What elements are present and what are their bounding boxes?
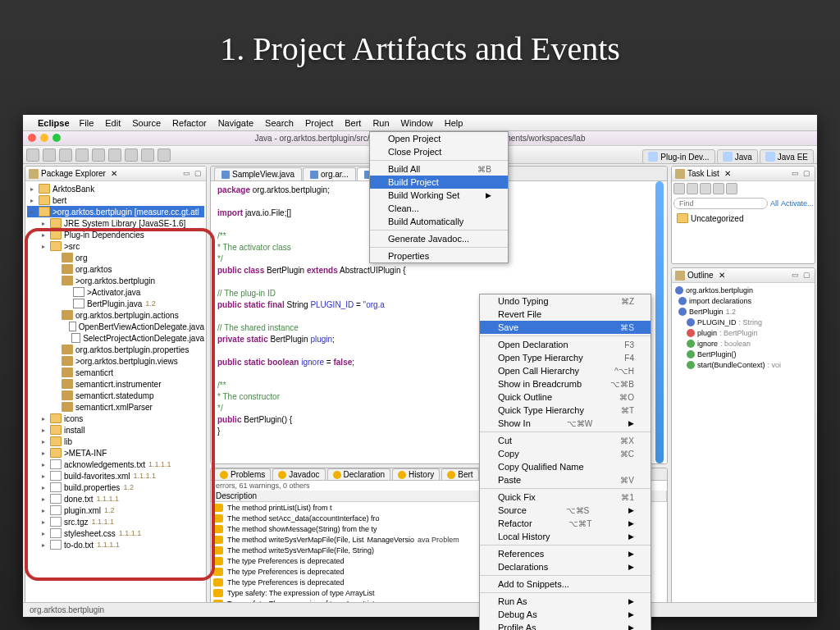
tree-item[interactable]: semanticrt.xmlParser: [27, 401, 204, 413]
menu-item[interactable]: Close Project: [370, 145, 508, 158]
new-class-icon[interactable]: [158, 148, 171, 162]
task-category[interactable]: Uncategorized: [673, 212, 813, 224]
tree-item[interactable]: ▸lib: [27, 436, 204, 447]
tree-item[interactable]: OpenBertViewActionDelegate.java: [27, 321, 204, 332]
col-description[interactable]: Description: [211, 491, 503, 501]
tree-item[interactable]: org.arktos.bertplugin.actions: [27, 309, 204, 321]
tree-item[interactable]: ▸acknowledgements.txt1.1.1.1: [27, 459, 204, 470]
tree-item[interactable]: org: [27, 252, 204, 263]
editor-tab[interactable]: org.ar...: [303, 167, 356, 180]
menu-item[interactable]: Show In⌥⌘W▶: [480, 417, 651, 430]
collapse-icon[interactable]: [713, 183, 724, 194]
outline-item[interactable]: BertPlugin1.2: [673, 306, 813, 317]
tree-item[interactable]: ▸icons: [27, 413, 204, 424]
save-icon[interactable]: [43, 148, 56, 162]
focus-icon[interactable]: [726, 183, 737, 194]
menu-item[interactable]: Build Automatically: [370, 215, 508, 228]
outline-item[interactable]: plugin: BertPlugin: [673, 327, 813, 338]
task-activate-link[interactable]: Activate...: [781, 199, 814, 208]
menu-item[interactable]: Build Working Set▶: [370, 189, 508, 202]
menu-item[interactable]: Open Type HierarchyF4: [480, 351, 651, 364]
menu-file[interactable]: File: [80, 118, 94, 128]
menu-item[interactable]: Build All⌘B: [370, 162, 508, 176]
task-find-input[interactable]: [673, 198, 768, 209]
menu-item[interactable]: Refactor⌥⌘T▶: [480, 517, 651, 530]
package-tree[interactable]: ▸ArktosBank▸bert▸>org.arktos.bertplugin …: [25, 181, 206, 614]
menu-item[interactable]: Quick Outline⌘O: [480, 390, 651, 404]
menu-source[interactable]: Source: [132, 118, 161, 128]
zoom-icon[interactable]: [52, 134, 61, 142]
tree-item[interactable]: ▸JRE System Library [JavaSE-1.6]: [27, 217, 204, 229]
tree-item[interactable]: semanticrt.statedump: [27, 390, 204, 401]
menu-item[interactable]: Generate Javadoc...: [370, 232, 508, 245]
problems-tab[interactable]: Bert: [441, 468, 478, 480]
tree-item[interactable]: ▸install: [27, 424, 204, 436]
menu-item[interactable]: Cut⌘X: [480, 434, 651, 447]
menu-search[interactable]: Search: [265, 118, 294, 128]
menu-item[interactable]: Debug As▶: [480, 608, 651, 621]
maximize-panel-icon[interactable]: ▢: [193, 169, 203, 179]
tree-item[interactable]: ▸done.txt1.1.1.1: [27, 493, 204, 504]
tree-item[interactable]: ▸plugin.xml1.2: [27, 504, 204, 516]
menu-refactor[interactable]: Refactor: [172, 118, 207, 128]
menu-item[interactable]: Open Call Hierarchy^⌥H: [480, 364, 651, 377]
tree-item[interactable]: semanticrt.instrumenter: [27, 378, 204, 390]
menu-item[interactable]: Declarations▶: [480, 560, 651, 573]
menu-item[interactable]: Undo Typing⌘Z: [480, 294, 651, 308]
tree-item[interactable]: org.arktos.bertplugin.properties: [27, 344, 204, 355]
menu-item[interactable]: Open Project: [370, 132, 508, 145]
menu-item[interactable]: Show in Breadcrumb⌥⌘B: [480, 377, 651, 390]
categorize-icon[interactable]: [687, 183, 698, 194]
tree-item[interactable]: ▸src.tgz1.1.1.1: [27, 516, 204, 527]
menu-item[interactable]: References▶: [480, 547, 651, 560]
task-all-link[interactable]: All: [770, 199, 778, 208]
tree-item[interactable]: ▸>src: [27, 240, 204, 252]
tree-item[interactable]: ▸>org.arktos.bertplugin [measure.cc.gt.a…: [27, 206, 204, 217]
outline-item[interactable]: ignore: boolean: [673, 338, 813, 349]
perspective-button[interactable]: Java EE: [760, 149, 814, 164]
package-explorer-tab[interactable]: Package Explorer ✕ ▭ ▢: [25, 167, 206, 181]
menu-navigate[interactable]: Navigate: [218, 118, 253, 128]
menu-item[interactable]: Copy Qualified Name: [480, 460, 651, 473]
outline-item[interactable]: PLUGIN_ID: String: [673, 317, 813, 327]
print-icon[interactable]: [59, 148, 72, 162]
menu-project[interactable]: Project: [305, 118, 333, 128]
menu-item[interactable]: Revert File: [480, 308, 651, 321]
menu-item[interactable]: Copy⌘C: [480, 447, 651, 460]
menu-item[interactable]: Profile As▶: [480, 621, 651, 630]
tree-item[interactable]: semanticrt: [27, 367, 204, 378]
sync-icon[interactable]: [700, 183, 711, 194]
new-package-icon[interactable]: [141, 148, 154, 162]
menu-item[interactable]: Build Project: [370, 176, 508, 189]
app-name[interactable]: Eclipse: [38, 118, 70, 128]
tree-item[interactable]: ▸stylesheet.css1.1.1.1: [27, 527, 204, 539]
tree-item[interactable]: ▸Plug-in Dependencies: [27, 229, 204, 240]
minimize-panel-icon[interactable]: ▭: [181, 169, 191, 179]
new-icon[interactable]: [26, 148, 39, 162]
tree-item[interactable]: ▸>META-INF: [27, 447, 204, 459]
perspective-button[interactable]: Plug-in Dev...: [642, 149, 714, 164]
outline-item[interactable]: BertPlugin(): [673, 349, 813, 359]
tree-item[interactable]: >Activator.java: [27, 286, 204, 298]
menu-item[interactable]: Quick Type Hierarchy⌘T: [480, 404, 651, 417]
outline-item[interactable]: start(BundleContext): voi: [673, 359, 813, 370]
menu-edit[interactable]: Edit: [105, 118, 121, 128]
outline-tree[interactable]: org.arktos.bertpluginimport declarations…: [672, 283, 815, 614]
tree-item[interactable]: org.arktos: [27, 263, 204, 275]
run-icon[interactable]: [108, 148, 121, 162]
debug-icon[interactable]: [92, 148, 105, 162]
tree-item[interactable]: ▸build-favorites.xml1.1.1.1: [27, 470, 204, 482]
tree-item[interactable]: SelectProjectActionDelegate.java: [27, 332, 204, 344]
close-icon[interactable]: [28, 134, 36, 142]
menu-window[interactable]: Window: [401, 118, 433, 128]
minimize-icon[interactable]: [40, 134, 48, 142]
menu-run[interactable]: Run: [372, 118, 389, 128]
editor-tab[interactable]: SampleView.java: [214, 167, 302, 180]
menu-item[interactable]: Quick Fix⌘1: [480, 491, 651, 504]
outline-tab[interactable]: Outline ✕ ▭▢: [672, 268, 815, 283]
problems-tab[interactable]: Declaration: [327, 468, 391, 480]
tree-item[interactable]: >org.arktos.bertplugin.views: [27, 355, 204, 367]
tree-item[interactable]: BertPlugin.java1.2: [27, 298, 204, 309]
menu-item[interactable]: Save⌘S: [480, 321, 651, 334]
task-list-tab[interactable]: Task List ✕ ▭▢: [672, 167, 815, 181]
